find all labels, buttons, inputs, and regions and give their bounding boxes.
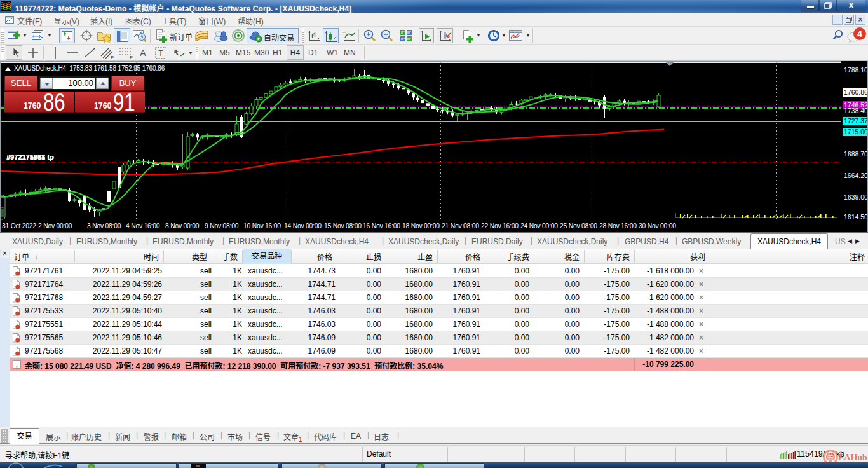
svg-text:#972175968 tp: #972175968 tp [6, 153, 54, 161]
svg-text:EAHub: EAHub [838, 453, 867, 462]
svg-text:E: E [111, 55, 114, 60]
svg-text:A: A [140, 48, 146, 58]
svg-text:4: 4 [857, 29, 862, 39]
svg-text:T: T [158, 49, 163, 58]
svg-text:XAUUSDcheck,H4 1753.83 1761.5: XAUUSDcheck,H4 1753.83 1761.58 1752.95 1… [14, 65, 165, 72]
svg-text:F: F [130, 55, 133, 60]
